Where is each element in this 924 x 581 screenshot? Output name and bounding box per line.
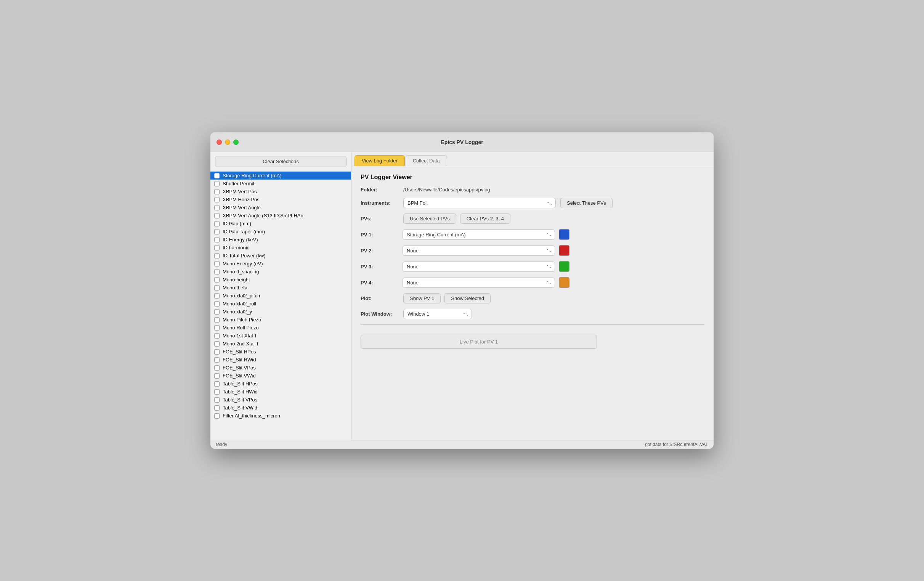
show-selected-button[interactable]: Show Selected	[444, 293, 491, 304]
maximize-button[interactable]	[233, 140, 239, 145]
pv-checkbox[interactable]	[214, 173, 219, 178]
main-content: Clear Selections Storage Ring Current (m…	[210, 152, 714, 440]
pv-checkbox[interactable]	[214, 237, 219, 243]
list-item[interactable]: XBPM Vert Pos	[210, 188, 351, 196]
list-item[interactable]: Table_Slit HPos	[210, 380, 351, 388]
pv1-color-swatch[interactable]	[559, 229, 569, 240]
list-item[interactable]: Mono 2nd Xtal T	[210, 340, 351, 348]
pv-checkbox[interactable]	[214, 253, 219, 259]
list-item[interactable]: XBPM Horiz Pos	[210, 196, 351, 203]
list-item[interactable]: FOE_Slit VPos	[210, 364, 351, 372]
pv3-select[interactable]: None	[403, 261, 555, 272]
tab-view-log-folder[interactable]: View Log Folder	[355, 155, 405, 166]
list-item[interactable]: FOE_Slit VWid	[210, 372, 351, 380]
pv-checkbox[interactable]	[214, 373, 219, 378]
pv1-select[interactable]: Storage Ring Current (mA)	[403, 229, 555, 240]
list-item[interactable]: Mono Pitch Piezo	[210, 316, 351, 324]
pv-item-label: ID Total Power (kw)	[223, 253, 265, 259]
instruments-select[interactable]: BPM Foil	[403, 198, 556, 208]
list-item[interactable]: Mono 1st Xtal T	[210, 332, 351, 340]
pv-checkbox[interactable]	[214, 189, 219, 195]
list-item[interactable]: FOE_Slit HPos	[210, 348, 351, 356]
pv2-select[interactable]: None	[403, 246, 555, 256]
instruments-label: Instruments:	[361, 200, 399, 206]
list-item[interactable]: Mono theta	[210, 284, 351, 292]
list-item[interactable]: Table_Slit VWid	[210, 404, 351, 412]
pv-checkbox[interactable]	[214, 181, 219, 187]
pv-checkbox[interactable]	[214, 333, 219, 338]
live-plot-button[interactable]: Live Plot for PV 1	[361, 335, 597, 349]
pv-checkbox[interactable]	[214, 261, 219, 266]
pv-item-label: ID harmonic	[223, 245, 249, 251]
list-item[interactable]: ID harmonic	[210, 244, 351, 252]
list-item[interactable]: Storage Ring Current (mA)	[210, 172, 351, 180]
pv4-color-swatch[interactable]	[559, 277, 569, 288]
pv-item-label: FOE_Slit HWid	[223, 357, 256, 363]
list-item[interactable]: Mono Roll Piezo	[210, 324, 351, 332]
pv2-row: PV 2: None ⌃⌄	[361, 245, 705, 256]
list-item[interactable]: Table_Slit VPos	[210, 396, 351, 404]
list-item[interactable]: Filter Al_thickness_micron	[210, 412, 351, 420]
pv-checkbox[interactable]	[214, 269, 219, 274]
list-item[interactable]: Mono xtal2_y	[210, 308, 351, 316]
pv-item-label: Table_Slit HPos	[223, 381, 258, 386]
pv4-select[interactable]: None	[403, 277, 555, 288]
pv3-color-swatch[interactable]	[559, 261, 569, 272]
folder-value: /Users/Newville/Codes/epicsapps/pvlog	[403, 187, 490, 193]
pv-checkbox[interactable]	[214, 221, 219, 226]
list-item[interactable]: Mono xtal2_roll	[210, 300, 351, 308]
list-item[interactable]: ID Total Power (kw)	[210, 252, 351, 260]
list-item[interactable]: Table_Slit HWid	[210, 388, 351, 396]
list-item[interactable]: ID Energy (keV)	[210, 236, 351, 244]
list-item[interactable]: FOE_Slit HWid	[210, 356, 351, 364]
pv-checkbox[interactable]	[214, 317, 219, 322]
pv-checkbox[interactable]	[214, 389, 219, 394]
pv-checkbox[interactable]	[214, 205, 219, 210]
statusbar: ready got data for S:SRcurrentAI.VAL	[210, 440, 714, 449]
minimize-button[interactable]	[225, 140, 230, 145]
pv-checkbox[interactable]	[214, 277, 219, 282]
show-pv1-button[interactable]: Show PV 1	[403, 293, 441, 304]
pv-checkbox[interactable]	[214, 349, 219, 355]
pv-item-label: XBPM Vert Angle	[223, 205, 261, 210]
plot-window-select[interactable]: Window 1	[403, 309, 472, 319]
pv-checkbox[interactable]	[214, 413, 219, 419]
list-item[interactable]: XBPM Vert Angle (S13:ID:SrcPt:HAn	[210, 211, 351, 220]
pv-checkbox[interactable]	[214, 197, 219, 203]
pv-checkbox[interactable]	[214, 325, 219, 330]
list-item[interactable]: XBPM Vert Angle	[210, 203, 351, 211]
pv-checkbox[interactable]	[214, 229, 219, 234]
pv-item-label: XBPM Vert Angle (S13:ID:SrcPt:HAn	[223, 213, 304, 218]
list-item[interactable]: Mono Energy (eV)	[210, 260, 351, 267]
list-item[interactable]: ID Gap (mm)	[210, 220, 351, 228]
pv-checkbox[interactable]	[214, 309, 219, 315]
pv2-color-swatch[interactable]	[559, 245, 569, 256]
pv-checkbox[interactable]	[214, 365, 219, 371]
pv-item-label: XBPM Horiz Pos	[223, 197, 260, 203]
pv-checkbox[interactable]	[214, 285, 219, 290]
list-item[interactable]: ID Gap Taper (mm)	[210, 228, 351, 236]
list-item[interactable]: Mono xtal2_pitch	[210, 292, 351, 300]
clear-pvs-button[interactable]: Clear PVs 2, 3, 4	[460, 213, 510, 224]
list-item[interactable]: Mono height	[210, 276, 351, 284]
use-selected-pvs-button[interactable]: Use Selected PVs	[403, 213, 456, 224]
pv-item-label: Mono Roll Piezo	[223, 325, 259, 330]
pv-checkbox[interactable]	[214, 357, 219, 363]
pv-checkbox[interactable]	[214, 293, 219, 299]
pv-checkbox[interactable]	[214, 213, 219, 218]
pv-item-label: Mono xtal2_y	[223, 309, 252, 315]
pvs-label: PVs:	[361, 216, 399, 221]
pv-checkbox[interactable]	[214, 397, 219, 403]
tab-collect-data[interactable]: Collect Data	[406, 155, 447, 166]
list-item[interactable]: Shutter Permit	[210, 180, 351, 188]
pv-checkbox[interactable]	[214, 245, 219, 251]
select-these-pvs-button[interactable]: Select These PVs	[560, 198, 612, 208]
pv-checkbox[interactable]	[214, 341, 219, 347]
close-button[interactable]	[216, 140, 222, 145]
pv-checkbox[interactable]	[214, 381, 219, 386]
pv-list: Storage Ring Current (mA)Shutter PermitX…	[210, 171, 351, 440]
pv-checkbox[interactable]	[214, 301, 219, 307]
list-item[interactable]: Mono d_spacing	[210, 267, 351, 276]
pv-checkbox[interactable]	[214, 405, 219, 411]
clear-selections-button[interactable]: Clear Selections	[215, 156, 346, 167]
